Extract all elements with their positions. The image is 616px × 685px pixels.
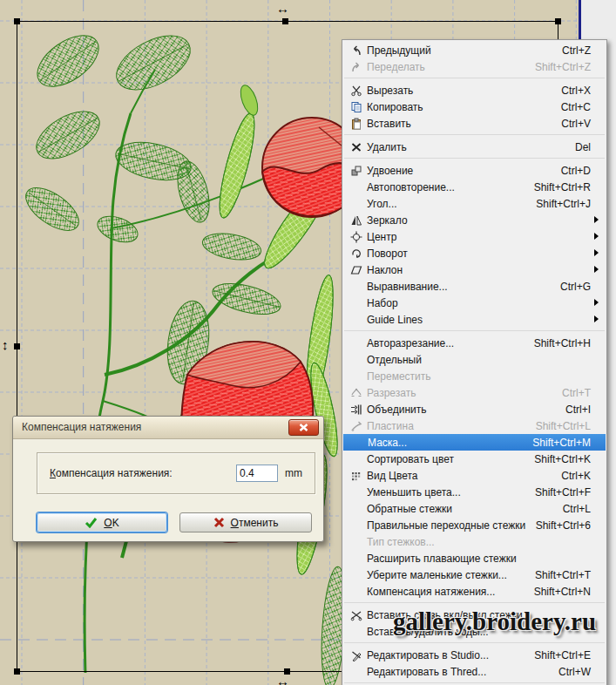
menu-item-join[interactable]: ОбъединитьCtrl+I (342, 401, 606, 417)
menu-item-label: Переместить (367, 370, 431, 383)
submenu-arrow-icon (594, 315, 602, 322)
menu-item-shortcut: Shift+Ctrl+K (525, 453, 591, 465)
menu-item-label: Обратные стежки (367, 503, 452, 515)
menu-item-sort-color[interactable]: Сортировать цветShift+Ctrl+K (342, 451, 606, 467)
menu-item-label: Редактировать в Studio... (367, 649, 489, 661)
menu-item-label: Автоповторение... (367, 181, 455, 193)
selection-handle[interactable] (14, 343, 20, 349)
menu-item-mask[interactable]: Маска...Shift+Ctrl+M (343, 434, 606, 451)
menu-item-move[interactable]: Переместить (342, 368, 606, 384)
mirror-icon (346, 214, 367, 227)
menu-item-separate[interactable]: Отдельный (342, 351, 606, 368)
menu-item-rotate[interactable]: Поворот (342, 245, 606, 261)
menu-item-remove-small[interactable]: Уберите маленькие стежки...Shift+Ctrl+T (342, 566, 606, 583)
menu-item-cut[interactable]: ВырезатьCtrl+X (342, 82, 606, 98)
menu-item-label: Сортировать цвет (367, 453, 454, 465)
dialog-titlebar[interactable]: Компенсация натяжения (13, 417, 323, 439)
submenu-arrow-icon (594, 233, 602, 240)
menu-item-label: Вставить (367, 118, 411, 130)
menu-item-label: Угол... (367, 198, 397, 210)
menu-item-label: Правильные переходные стежки (367, 519, 525, 532)
menu-item-label: Объединить (367, 404, 427, 416)
menu-item-shortcut: Ctrl+K (552, 470, 591, 482)
compensation-value-input[interactable] (236, 465, 278, 482)
context-menu: ПредыдущийCtrl+ZПеределатьShift+Ctrl+ZВы… (342, 39, 607, 685)
selection-handle[interactable] (14, 18, 20, 24)
menu-item-label: Удвоение (367, 165, 413, 177)
menu-item-edit-studio[interactable]: Редактировать в Studio...Shift+Ctrl+E (342, 647, 606, 663)
menu-item-shortcut: Shift+Ctrl+H (525, 337, 591, 349)
menu-item-shortcut: Ctrl+X (552, 85, 591, 97)
menu-item-label: Guide Lines (367, 314, 423, 326)
embroidery-editor-screen: ↔ ↕ ↔ ПредыдущийCtrl+ZПеределатьShift+Ct… (0, 0, 616, 685)
menu-item-copy[interactable]: КопироватьCtrl+C (342, 98, 606, 115)
menu-item-shortcut: Ctrl+D (552, 165, 591, 177)
cancel-button[interactable]: Отменить (179, 512, 312, 532)
close-icon (299, 424, 308, 431)
menu-item-redo[interactable]: ПеределатьShift+Ctrl+Z (342, 58, 606, 75)
menu-item-shortcut: Shift+Ctrl+N (525, 586, 591, 598)
menu-item-autorepeat[interactable]: Автоповторение...Shift+Ctrl+R (342, 179, 606, 195)
compensation-fieldset: Компенсация натяжения: mm (37, 452, 315, 494)
menu-item-label: Расширить плавающие стежки (367, 553, 517, 565)
menu-separator (344, 682, 605, 683)
menu-item-shortcut: Ctrl+W (550, 666, 591, 678)
menu-item-label: Редактировать в Thred... (367, 666, 486, 678)
plate-icon (346, 420, 367, 432)
menu-item-label: Пластина (367, 420, 414, 432)
menu-item-paste[interactable]: ВставитьCtrl+V (342, 115, 606, 132)
ok-button[interactable]: OK (37, 512, 167, 532)
menu-item-transition-stitches[interactable]: Правильные переходные стежкиShift+Ctrl+6 (342, 517, 606, 533)
menu-item-shortcut: Shift+Ctrl+T (526, 569, 591, 581)
menu-item-mirror[interactable]: Зеркало (342, 212, 606, 228)
menu-item-align[interactable]: Выравнивание...Ctrl+G (342, 278, 606, 295)
delete-icon (346, 141, 367, 153)
resize-cursor-horizontal-icon: ↔ (276, 2, 289, 15)
submenu-arrow-icon (594, 216, 602, 223)
menu-item-label: Компенсация натяжения... (367, 586, 495, 598)
menu-item-label: Вырезать (367, 85, 413, 97)
menu-item-view-colors[interactable]: Вид ЦветаCtrl+K (342, 467, 606, 484)
menu-item-reverse-stitches[interactable]: Обратные стежкиCtrl+L (342, 500, 606, 517)
menu-item-split[interactable]: РазрезатьCtrl+T (342, 384, 606, 401)
menu-item-plate[interactable]: ПластинаShift+Ctrl+L (342, 417, 606, 434)
menu-item-angle[interactable]: Угол...Shift+Ctrl+J (342, 195, 606, 212)
selection-handle[interactable] (14, 668, 20, 675)
resize-cursor-vertical-icon: ↕ (2, 338, 9, 351)
menu-item-stitch-type[interactable]: Тип стежков... (342, 533, 606, 550)
menu-item-edit-thred[interactable]: Редактировать в Thred...Ctrl+W (342, 663, 606, 680)
menu-item-shortcut: Ctrl+I (557, 404, 591, 416)
menu-item-expand-floating[interactable]: Расширить плавающие стежки (342, 550, 606, 566)
menu-item-shortcut: Shift+Ctrl+F (526, 486, 591, 498)
menu-item-autosplit[interactable]: Авторазрезание...Shift+Ctrl+H (342, 335, 606, 351)
menu-item-label: Предыдущий (367, 44, 431, 57)
menu-item-undo[interactable]: ПредыдущийCtrl+Z (342, 42, 606, 58)
menu-item-delete[interactable]: УдалитьDel (342, 139, 606, 155)
selection-handle[interactable] (555, 18, 561, 24)
skew-icon (346, 264, 367, 276)
doubling-icon (346, 165, 367, 177)
menu-item-label: Поворот (367, 248, 408, 260)
menu-item-label: Копировать (367, 101, 423, 113)
selection-handle[interactable] (282, 18, 288, 24)
menu-item-shortcut: Shift+Ctrl+6 (527, 519, 591, 532)
menu-item-reduce-colors[interactable]: Уменьшить цвета...Shift+Ctrl+F (342, 484, 606, 500)
studio-icon (346, 649, 367, 661)
menu-item-pull-compensation[interactable]: Компенсация натяжения...Shift+Ctrl+N (342, 583, 606, 600)
menu-item-guide-lines[interactable]: Guide Lines (342, 311, 606, 328)
join-icon (346, 404, 367, 416)
submenu-arrow-icon (594, 299, 602, 306)
menu-item-shortcut: Ctrl+C (552, 101, 591, 113)
tie-icon (346, 609, 367, 621)
menu-item-label: Наклон (367, 264, 403, 276)
dialog-close-button[interactable] (288, 419, 319, 436)
menu-item-center[interactable]: Центр (342, 228, 606, 245)
menu-separator (344, 602, 605, 603)
menu-item-shortcut: Ctrl+Z (553, 44, 591, 57)
menu-item-doubling[interactable]: УдвоениеCtrl+D (342, 162, 606, 179)
menu-item-skew[interactable]: Наклон (342, 261, 606, 278)
menu-item-set[interactable]: Набор (342, 295, 606, 311)
check-icon (85, 517, 98, 528)
menu-item-shortcut: Shift+Ctrl+M (524, 437, 591, 449)
menu-item-label: Набор (367, 297, 398, 309)
